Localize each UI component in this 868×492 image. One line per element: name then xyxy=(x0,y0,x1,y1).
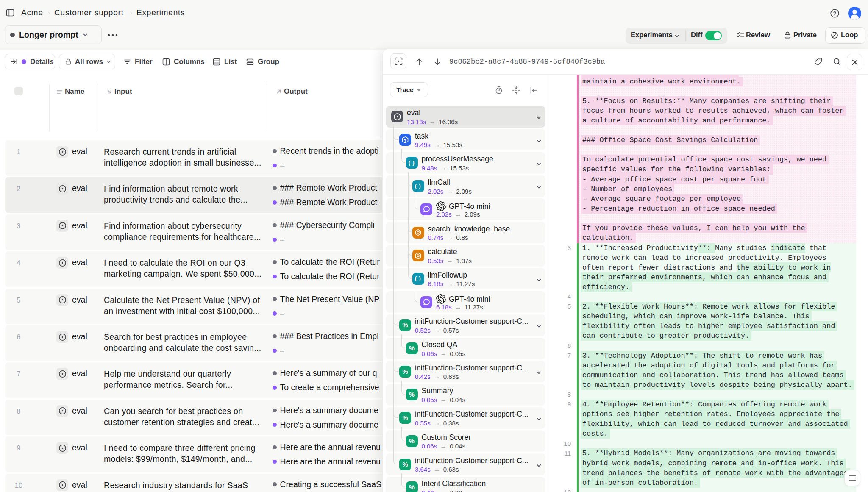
svg-text:?: ? xyxy=(833,11,836,17)
